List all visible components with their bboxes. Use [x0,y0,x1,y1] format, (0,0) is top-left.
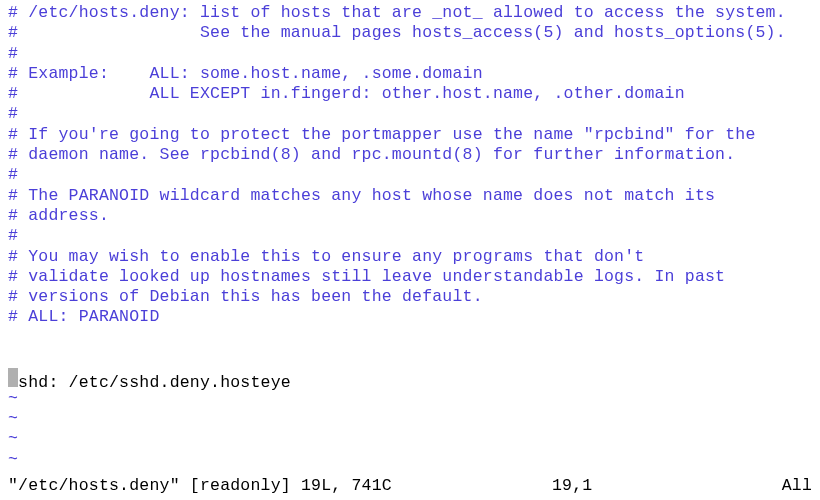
comment-line: # See the manual pages hosts_access(5) a… [8,23,812,43]
comment-line: # address. [8,206,812,226]
comment-line: # [8,165,812,185]
status-scroll: All [752,476,812,496]
comment-line: # [8,44,812,64]
vim-editor[interactable]: # /etc/hosts.deny: list of hosts that ar… [0,0,820,500]
tilde-line: ~ [8,450,812,470]
blank-line [8,348,812,368]
tilde-line: ~ [8,429,812,449]
comment-line: # Example: ALL: some.host.name, .some.do… [8,64,812,84]
comment-line: # ALL EXCEPT in.fingerd: other.host.name… [8,84,812,104]
comment-line: # [8,226,812,246]
status-bar: "/etc/hosts.deny" [readonly] 19L, 741C 1… [0,476,820,500]
cursor-block [8,368,18,387]
status-position: 19,1 [552,476,752,496]
comment-line: # ALL: PARANOID [8,307,812,327]
comment-line: # You may wish to enable this to ensure … [8,247,812,267]
cursor-line: sshd: /etc/sshd.deny.hosteye [8,368,812,388]
comment-line: # /etc/hosts.deny: list of hosts that ar… [8,3,812,23]
blank-line [8,328,812,348]
comment-line: # daemon name. See rpcbind(8) and rpc.mo… [8,145,812,165]
comment-line: # The PARANOID wildcard matches any host… [8,186,812,206]
content-text: sshd: /etc/sshd.deny.hosteye [8,373,291,392]
editor-buffer[interactable]: # /etc/hosts.deny: list of hosts that ar… [8,3,812,470]
status-filename: "/etc/hosts.deny" [readonly] 19L, 741C [8,476,552,496]
comment-line: # versions of Debian this has been the d… [8,287,812,307]
comment-line: # If you're going to protect the portmap… [8,125,812,145]
tilde-line: ~ [8,409,812,429]
comment-line: # [8,104,812,124]
comment-line: # validate looked up hostnames still lea… [8,267,812,287]
